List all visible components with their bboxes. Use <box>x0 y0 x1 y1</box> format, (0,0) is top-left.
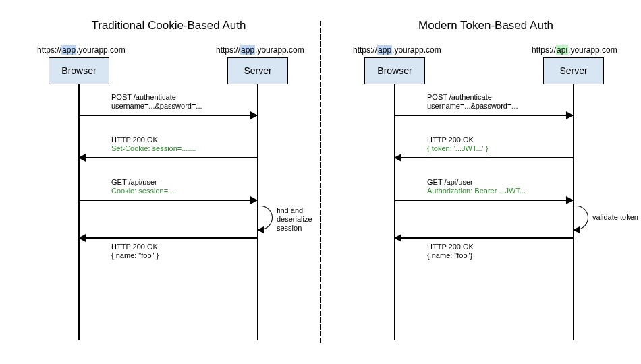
vertical-divider <box>320 20 321 344</box>
left-msg3-arrow <box>79 200 257 201</box>
msg-line: HTTP 200 OK <box>111 135 196 144</box>
msg-line-green: Set-Cookie: session=....... <box>111 144 196 153</box>
url-suffix: .yourapp.com <box>568 45 617 55</box>
msg-line-green: Cookie: session=.... <box>111 187 176 195</box>
msg-line: HTTP 200 OK <box>111 243 159 251</box>
url-highlight: api <box>556 45 568 55</box>
left-msg3-label: GET /api/user Cookie: session=.... <box>111 178 176 195</box>
left-server-url: https://app.yourapp.com <box>216 45 304 55</box>
right-msg3-arrow <box>395 200 573 201</box>
msg-line: POST /authenticate <box>111 93 202 102</box>
msg-line: GET /api/user <box>427 178 526 187</box>
url-prefix: https:// <box>216 45 240 55</box>
right-self-note: validate token <box>592 213 638 222</box>
url-suffix: .yourapp.com <box>255 45 304 55</box>
url-prefix: https:// <box>532 45 556 55</box>
msg-line: username=...&password=... <box>427 102 518 111</box>
url-suffix: .yourapp.com <box>76 45 126 55</box>
right-browser-lifeline <box>394 84 395 340</box>
right-msg2-arrow <box>395 157 573 158</box>
right-msg3-label: GET /api/user Authorization: Bearer ...J… <box>427 178 526 195</box>
msg-line: HTTP 200 OK <box>427 243 474 251</box>
url-highlight: app <box>240 45 255 55</box>
left-title: Traditional Cookie-Based Auth <box>88 19 250 32</box>
msg-line-green: { token: '...JWT...' } <box>427 144 488 153</box>
right-msg4-arrow <box>395 237 573 239</box>
right-browser-url: https://app.yourapp.com <box>353 45 441 55</box>
left-msg1-arrow <box>79 115 257 116</box>
left-msg4-label: HTTP 200 OK { name: "foo" } <box>111 243 159 260</box>
left-browser-lifeline <box>78 84 80 340</box>
msg-line: GET /api/user <box>111 178 176 187</box>
right-self-loop <box>574 206 588 230</box>
left-msg2-label: HTTP 200 OK Set-Cookie: session=....... <box>111 135 196 153</box>
msg-line: HTTP 200 OK <box>427 135 488 144</box>
msg-line: { name: "foo" } <box>111 251 159 260</box>
right-msg1-label: POST /authenticate username=...&password… <box>427 93 518 111</box>
box-label: Server <box>559 65 587 76</box>
box-label: Browser <box>377 65 412 76</box>
left-browser-box: Browser <box>49 57 109 84</box>
msg-line: { name: "foo"} <box>427 251 474 260</box>
url-highlight: app <box>61 45 76 55</box>
url-prefix: https:// <box>37 45 61 55</box>
right-msg4-label: HTTP 200 OK { name: "foo"} <box>427 243 474 260</box>
msg-line: POST /authenticate <box>427 93 518 102</box>
right-browser-box: Browser <box>364 57 425 84</box>
url-suffix: .yourapp.com <box>392 45 441 55</box>
right-title: Modern Token-Based Auth <box>405 19 567 32</box>
right-msg2-label: HTTP 200 OK { token: '...JWT...' } <box>427 135 488 153</box>
left-msg2-arrow <box>79 157 257 158</box>
right-server-box: Server <box>543 57 604 84</box>
left-self-note: find and deserialize session <box>277 206 312 233</box>
left-msg1-label: POST /authenticate username=...&password… <box>111 93 202 111</box>
url-prefix: https:// <box>353 45 377 55</box>
url-highlight: app <box>377 45 392 55</box>
box-label: Server <box>244 65 271 76</box>
msg-line-green: Authorization: Bearer ...JWT... <box>427 187 526 195</box>
left-browser-url: https://app.yourapp.com <box>37 45 126 55</box>
left-self-loop <box>258 206 273 230</box>
msg-line: username=...&password=... <box>111 102 202 111</box>
left-server-box: Server <box>227 57 288 84</box>
right-msg1-arrow <box>395 115 573 116</box>
right-server-url: https://api.yourapp.com <box>532 45 617 55</box>
box-label: Browser <box>61 65 96 76</box>
left-msg4-arrow <box>79 237 257 239</box>
